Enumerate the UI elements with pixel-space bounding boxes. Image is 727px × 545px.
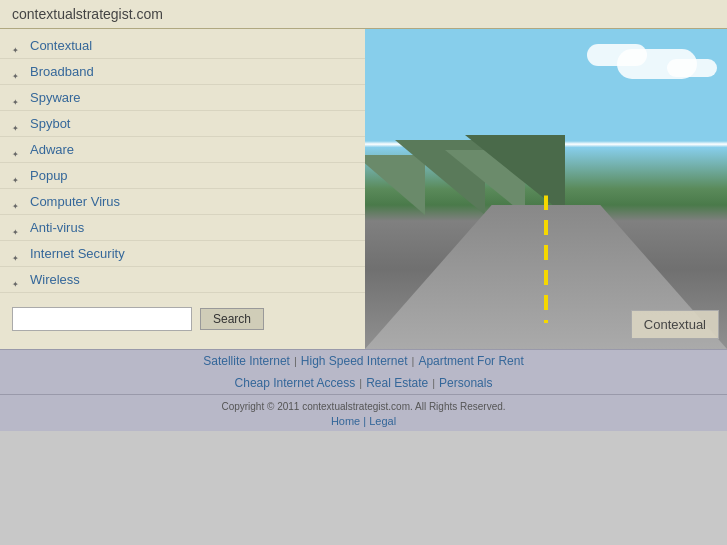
road-line <box>544 195 548 323</box>
link-high-speed-internet[interactable]: High Speed Internet <box>301 354 408 368</box>
sidebar-label-internet-security: Internet Security <box>30 246 125 261</box>
sidebar-label-anti-virus: Anti-virus <box>30 220 84 235</box>
road-scene <box>365 29 727 349</box>
bullet-icon <box>12 275 22 285</box>
sidebar-label-wireless: Wireless <box>30 272 80 287</box>
link-separator: | <box>412 355 415 367</box>
sidebar-label-popup: Popup <box>30 168 68 183</box>
link-apartment-for-rent[interactable]: Apartment For Rent <box>418 354 523 368</box>
links-row-1: Satellite Internet|High Speed Internet|A… <box>0 350 727 372</box>
below-area <box>0 431 727 545</box>
contextual-overlay-button[interactable]: Contextual <box>631 310 719 339</box>
copyright-text: Copyright © 2011 contextualstrategist.co… <box>0 401 727 412</box>
sidebar-label-contextual: Contextual <box>30 38 92 53</box>
bullet-icon <box>12 93 22 103</box>
sidebar-label-computer-virus: Computer Virus <box>30 194 120 209</box>
footer: Copyright © 2011 contextualstrategist.co… <box>0 394 727 431</box>
bullet-icon <box>12 223 22 233</box>
footer-link-home[interactable]: Home <box>331 415 360 427</box>
sidebar-label-spybot: Spybot <box>30 116 70 131</box>
sidebar-label-adware: Adware <box>30 142 74 157</box>
sidebar-item-internet-security[interactable]: Internet Security <box>0 241 365 267</box>
mountain-4 <box>465 135 565 215</box>
search-area: Search <box>0 293 365 345</box>
bullet-icon <box>12 145 22 155</box>
link-separator: | <box>432 377 435 389</box>
link-personals[interactable]: Personals <box>439 376 492 390</box>
sidebar-item-broadband[interactable]: Broadband <box>0 59 365 85</box>
bullet-icon <box>12 249 22 259</box>
sidebar-items: ContextualBroadbandSpywareSpybotAdwarePo… <box>0 33 365 293</box>
footer-links: Home | Legal <box>0 415 727 427</box>
main-content: ContextualBroadbandSpywareSpybotAdwarePo… <box>0 29 727 349</box>
search-input[interactable] <box>12 307 192 331</box>
bullet-icon <box>12 67 22 77</box>
cloud-3 <box>667 59 717 77</box>
sidebar-item-anti-virus[interactable]: Anti-virus <box>0 215 365 241</box>
site-title: contextualstrategist.com <box>12 6 163 22</box>
header: contextualstrategist.com <box>0 0 727 29</box>
sidebar-label-broadband: Broadband <box>30 64 94 79</box>
links-bar: Satellite Internet|High Speed Internet|A… <box>0 349 727 394</box>
sidebar-item-computer-virus[interactable]: Computer Virus <box>0 189 365 215</box>
sidebar-item-contextual[interactable]: Contextual <box>0 33 365 59</box>
right-panel: Contextual <box>365 29 727 349</box>
link-satellite-internet[interactable]: Satellite Internet <box>203 354 290 368</box>
footer-separator: | <box>360 415 369 427</box>
sidebar-item-wireless[interactable]: Wireless <box>0 267 365 293</box>
search-button[interactable]: Search <box>200 308 264 330</box>
link-separator: | <box>359 377 362 389</box>
link-cheap-internet-access[interactable]: Cheap Internet Access <box>235 376 356 390</box>
footer-link-legal[interactable]: Legal <box>369 415 396 427</box>
sidebar-item-spyware[interactable]: Spyware <box>0 85 365 111</box>
sidebar-item-adware[interactable]: Adware <box>0 137 365 163</box>
bullet-icon <box>12 171 22 181</box>
link-separator: | <box>294 355 297 367</box>
links-row-2: Cheap Internet Access|Real Estate|Person… <box>0 372 727 394</box>
sidebar: ContextualBroadbandSpywareSpybotAdwarePo… <box>0 29 365 349</box>
bullet-icon <box>12 41 22 51</box>
sidebar-item-popup[interactable]: Popup <box>0 163 365 189</box>
link-real-estate[interactable]: Real Estate <box>366 376 428 390</box>
sidebar-item-spybot[interactable]: Spybot <box>0 111 365 137</box>
sidebar-label-spyware: Spyware <box>30 90 81 105</box>
bullet-icon <box>12 119 22 129</box>
bullet-icon <box>12 197 22 207</box>
cloud-2 <box>587 44 647 66</box>
